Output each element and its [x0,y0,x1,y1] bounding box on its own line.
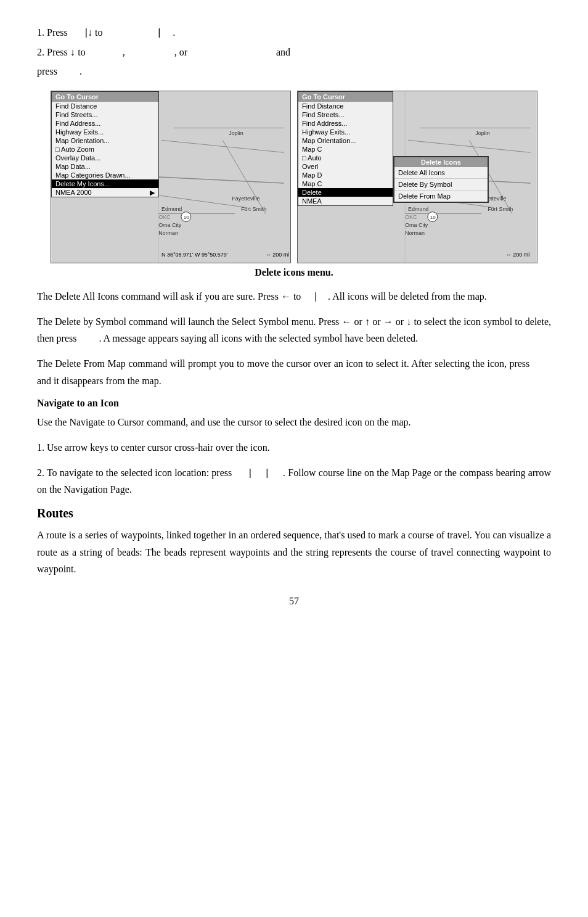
submenu-delete-all[interactable]: Delete All Icons [394,167,488,179]
navigate-step2-start: 2. To navigate to the selected icon loca… [37,467,232,478]
svg-text:Fort Smith: Fort Smith [488,205,513,212]
page-content: 1. Press |↓ to | . 2. Press ↓ to , , or [37,25,551,607]
submenu-box: Delete Icons Delete All Icons Delete By … [393,156,489,203]
key-pipe-1: | [303,291,328,302]
arrow-left-2: ← [341,316,351,327]
left-menu-delete-icons[interactable]: Delete My Icons... [52,179,158,188]
right-menu-find-distance[interactable]: Find Distance [298,102,393,110]
step2-to: to [78,47,85,57]
left-menu-find-distance[interactable]: Find Distance [52,102,158,110]
svg-text:Edmond: Edmond [408,205,428,212]
navigate-step1: 1. Use arrow keys to center cursor cross… [37,439,551,456]
para-delete-from-map: The Delete From Map command will prompt … [37,355,551,389]
left-map-image: Joplin Fayetteville Fort Smith Edmond OK… [51,91,291,263]
right-menu-delete[interactable]: Delete [298,188,393,197]
step1-text: 1. Press [37,27,68,38]
navigate-step2: 2. To navigate to the selected icon loca… [37,464,551,498]
image-caption: Delete icons menu. [37,267,551,278]
key-enter-1 [79,333,99,343]
svg-text:Oma City: Oma City [158,222,182,228]
left-menu-map-data[interactable]: Map Data... [52,162,158,171]
svg-text:Oma City: Oma City [405,222,428,228]
svg-text:OKC: OKC [158,213,171,220]
key-enter-2 [533,358,551,369]
right-menu-map-d[interactable]: Map D [298,171,393,179]
svg-text:Fort Smith: Fort Smith [241,205,266,212]
navigate-para1: Use the Navigate to Cursor command, and … [37,414,551,430]
arrow-up-2: ↑ [365,316,370,327]
svg-text:Edmond: Edmond [161,205,182,212]
key-pipes: | | . [234,467,285,478]
right-menu-highway-exits[interactable]: Highway Exits... [298,128,393,136]
para-delete-symbol: The Delete by Symbol command will launch… [37,313,551,347]
svg-text:Joplin: Joplin [475,130,489,136]
left-arrow-1: ← [281,291,291,302]
right-menu-title: Go To Cursor [298,92,393,102]
submenu-title: Delete Icons [394,157,488,167]
right-menu-auto[interactable]: Auto [298,154,393,162]
routes-para1: A route is a series of waypoints, linked… [37,527,551,577]
right-menu-map-c2[interactable]: Map C [298,179,393,188]
right-menu-box: Go To Cursor Find Distance Find Streets.… [298,91,393,206]
left-menu-nmea[interactable]: NMEA 2000 [52,188,158,197]
svg-text:↔ 200 mi: ↔ 200 mi [266,252,289,258]
left-menu-overlay-data[interactable]: Overlay Data... [52,154,158,162]
right-map-image: Joplin Fayetteville Fort Smith Edmond OK… [297,91,537,263]
step1-key: ↓ [88,27,92,38]
arrow-right-2: → [383,316,393,327]
para-delete-all: The Delete All Icons command will ask if… [37,288,551,305]
right-menu-map-orientation[interactable]: Map Orientation... [298,136,393,145]
step2-text: 2. Press [37,47,68,57]
routes-heading: Routes [37,506,551,520]
left-menu-highway-exits[interactable]: Highway Exits... [52,128,158,136]
step2-line: 2. Press ↓ to , , or and [37,44,551,60]
images-row: Joplin Fayetteville Fort Smith Edmond OK… [37,91,551,263]
submenu-delete-from-map[interactable]: Delete From Map [394,191,488,202]
svg-text:10: 10 [184,214,189,220]
svg-text:Fayetteville: Fayetteville [232,195,259,202]
step1-dot: . [173,27,175,38]
arrow-down-2: ↓ [406,316,411,327]
step2-press-line: press . [37,64,551,80]
svg-text:N  36°08.971'  W  95°50.579': N 36°08.971' W 95°50.579' [161,252,228,258]
step1-line: 1. Press |↓ to | . [37,25,551,41]
svg-text:Norman: Norman [158,230,178,236]
step2-down-arrow: ↓ [70,47,78,57]
right-menu-find-address[interactable]: Find Address... [298,119,393,128]
svg-text:Norman: Norman [405,230,425,236]
left-menu-map-orientation[interactable]: Map Orientation... [52,136,158,145]
navigate-heading: Navigate to an Icon [37,398,551,409]
right-menu-find-streets[interactable]: Find Streets... [298,110,393,119]
submenu-delete-by-symbol[interactable]: Delete By Symbol [394,179,488,191]
svg-text:↔ 200 mi: ↔ 200 mi [506,252,529,258]
left-menu-title: Go To Cursor [52,92,158,102]
right-menu-map-c[interactable]: Map C [298,145,393,154]
left-menu-map-categories[interactable]: Map Categories Drawn... [52,171,158,179]
svg-text:Joplin: Joplin [229,130,243,136]
svg-text:10: 10 [430,214,436,220]
step1-to: to [95,27,102,38]
right-menu-nmea[interactable]: NMEA [298,197,393,205]
step1-pipe2: | [147,27,160,38]
left-menu-auto-zoom[interactable]: Auto Zoom [52,145,158,154]
left-menu-find-address[interactable]: Find Address... [52,119,158,128]
right-menu-overl[interactable]: Overl [298,162,393,171]
svg-text:OKC: OKC [405,213,417,220]
left-menu-box: Go To Cursor Find Distance Find Streets.… [51,91,159,197]
page-number: 57 [37,596,551,607]
left-menu-find-streets[interactable]: Find Streets... [52,110,158,119]
